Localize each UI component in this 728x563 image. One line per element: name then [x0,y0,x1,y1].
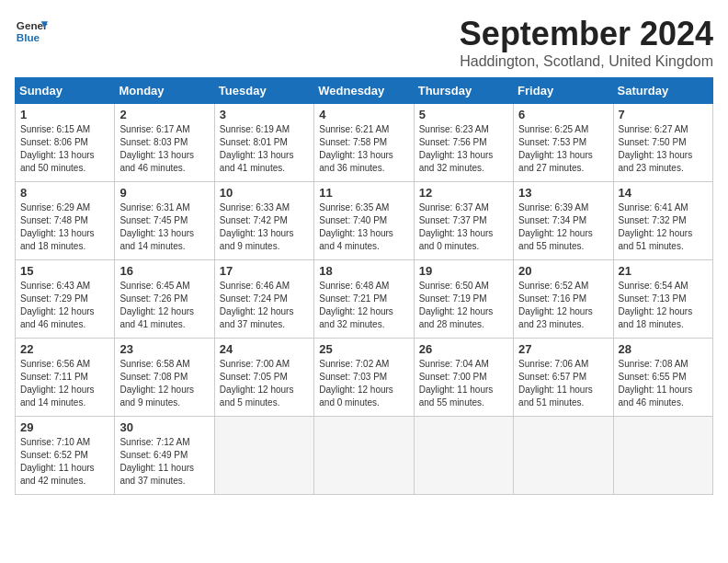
day-number: 8 [20,186,109,200]
sunset: Sunset: 7:29 PM [20,293,88,304]
calendar-cell: 22 Sunrise: 6:56 AM Sunset: 7:11 PM Dayl… [16,339,115,417]
sunrise: Sunrise: 6:48 AM [319,281,389,291]
location-subtitle: Haddington, Scotland, United Kingdom [460,53,713,70]
calendar-cell: 3 Sunrise: 6:19 AM Sunset: 8:01 PM Dayli… [214,104,313,182]
daylight: Daylight: 12 hours and 37 minutes. [220,306,294,329]
sunrise: Sunrise: 7:06 AM [518,359,588,369]
daylight: Daylight: 13 hours and 27 minutes. [518,150,593,173]
sunset: Sunset: 7:45 PM [119,215,188,225]
sunrise: Sunrise: 6:56 AM [20,359,90,369]
day-info: Sunrise: 6:39 AM Sunset: 7:34 PM Dayligh… [518,201,608,253]
sunrise: Sunrise: 7:02 AM [319,359,389,369]
calendar-cell: 29 Sunrise: 7:10 AM Sunset: 6:52 PM Dayl… [16,417,115,495]
sunset: Sunset: 7:11 PM [20,372,88,382]
calendar-cell [514,417,613,495]
calendar-cell: 21 Sunrise: 6:54 AM Sunset: 7:13 PM Dayl… [613,260,712,339]
day-info: Sunrise: 6:37 AM Sunset: 7:37 PM Dayligh… [419,201,508,253]
calendar-cell: 26 Sunrise: 7:04 AM Sunset: 7:00 PM Dayl… [414,339,513,417]
sunrise: Sunrise: 7:00 AM [220,359,290,369]
daylight: Daylight: 13 hours and 14 minutes. [119,228,194,251]
daylight: Daylight: 11 hours and 55 minutes. [419,385,494,408]
day-info: Sunrise: 6:35 AM Sunset: 7:40 PM Dayligh… [319,201,408,253]
day-number: 19 [419,264,508,278]
daylight: Daylight: 12 hours and 0 minutes. [319,385,393,408]
week-row-4: 22 Sunrise: 6:56 AM Sunset: 7:11 PM Dayl… [16,339,713,417]
sunrise: Sunrise: 6:25 AM [518,124,588,134]
day-number: 1 [20,108,109,121]
sunrise: Sunrise: 6:33 AM [220,202,290,213]
sunset: Sunset: 8:06 PM [20,137,88,147]
daylight: Daylight: 11 hours and 46 minutes. [619,385,693,408]
day-number: 29 [20,420,109,434]
day-info: Sunrise: 6:46 AM Sunset: 7:24 PM Dayligh… [220,280,309,331]
day-number: 9 [119,186,209,200]
sunset: Sunset: 7:50 PM [619,137,687,147]
sunset: Sunset: 7:34 PM [518,215,586,225]
calendar-cell: 5 Sunrise: 6:23 AM Sunset: 7:56 PM Dayli… [414,104,513,182]
day-number: 20 [518,264,608,278]
sunrise: Sunrise: 6:54 AM [619,281,688,291]
day-info: Sunrise: 7:04 AM Sunset: 7:00 PM Dayligh… [419,358,508,409]
sunset: Sunset: 7:37 PM [419,215,487,225]
logo-icon: General Blue [15,15,48,48]
day-number: 13 [518,186,608,200]
calendar-cell: 28 Sunrise: 7:08 AM Sunset: 6:55 PM Dayl… [613,339,712,417]
daylight: Daylight: 12 hours and 5 minutes. [220,385,294,408]
day-number: 27 [518,342,608,356]
day-info: Sunrise: 6:27 AM Sunset: 7:50 PM Dayligh… [619,123,708,175]
calendar-cell: 24 Sunrise: 7:00 AM Sunset: 7:05 PM Dayl… [214,339,313,417]
calendar-cell: 7 Sunrise: 6:27 AM Sunset: 7:50 PM Dayli… [613,104,712,182]
day-number: 23 [119,342,209,356]
day-info: Sunrise: 6:43 AM Sunset: 7:29 PM Dayligh… [20,280,109,331]
daylight: Daylight: 12 hours and 41 minutes. [119,306,194,329]
daylight: Daylight: 13 hours and 4 minutes. [319,228,393,251]
sunset: Sunset: 7:00 PM [419,372,487,382]
day-number: 11 [319,186,408,200]
sunrise: Sunrise: 6:27 AM [619,124,688,134]
header-friday: Friday [514,78,613,104]
header-wednesday: Wednesday [314,78,414,104]
day-info: Sunrise: 6:33 AM Sunset: 7:42 PM Dayligh… [220,201,309,253]
calendar-cell: 4 Sunrise: 6:21 AM Sunset: 7:58 PM Dayli… [314,104,414,182]
day-number: 18 [319,264,408,278]
day-number: 7 [619,108,708,121]
sunset: Sunset: 7:42 PM [220,215,288,225]
calendar-body: 1 Sunrise: 6:15 AM Sunset: 8:06 PM Dayli… [16,104,713,495]
daylight: Daylight: 12 hours and 32 minutes. [319,306,393,329]
day-info: Sunrise: 6:54 AM Sunset: 7:13 PM Dayligh… [619,280,708,331]
sunset: Sunset: 7:32 PM [619,215,687,225]
sunrise: Sunrise: 6:31 AM [119,202,189,213]
day-info: Sunrise: 6:19 AM Sunset: 8:01 PM Dayligh… [220,123,309,175]
sunrise: Sunrise: 6:50 AM [419,281,489,291]
sunset: Sunset: 6:55 PM [619,372,687,382]
sunset: Sunset: 8:03 PM [119,137,188,147]
day-info: Sunrise: 6:15 AM Sunset: 8:06 PM Dayligh… [20,123,109,175]
daylight: Daylight: 13 hours and 41 minutes. [220,150,294,173]
daylight: Daylight: 13 hours and 18 minutes. [20,228,95,251]
sunset: Sunset: 7:56 PM [419,137,487,147]
calendar-cell: 12 Sunrise: 6:37 AM Sunset: 7:37 PM Dayl… [414,182,513,260]
daylight: Daylight: 12 hours and 14 minutes. [20,385,95,408]
day-number: 4 [319,108,408,121]
sunset: Sunset: 7:24 PM [220,293,288,304]
daylight: Daylight: 11 hours and 51 minutes. [518,385,593,408]
svg-text:Blue: Blue [17,31,40,43]
calendar-cell: 9 Sunrise: 6:31 AM Sunset: 7:45 PM Dayli… [115,182,214,260]
daylight: Daylight: 13 hours and 46 minutes. [119,150,194,173]
daylight: Daylight: 13 hours and 23 minutes. [619,150,693,173]
calendar-cell [613,417,712,495]
calendar-cell: 2 Sunrise: 6:17 AM Sunset: 8:03 PM Dayli… [115,104,214,182]
calendar-cell: 17 Sunrise: 6:46 AM Sunset: 7:24 PM Dayl… [214,260,313,339]
day-number: 2 [119,108,209,121]
daylight: Daylight: 11 hours and 37 minutes. [119,463,194,486]
calendar-cell: 16 Sunrise: 6:45 AM Sunset: 7:26 PM Dayl… [115,260,214,339]
daylight: Daylight: 12 hours and 18 minutes. [619,306,693,329]
header-thursday: Thursday [414,78,513,104]
day-number: 21 [619,264,708,278]
day-info: Sunrise: 6:21 AM Sunset: 7:58 PM Dayligh… [319,123,408,175]
calendar-cell: 1 Sunrise: 6:15 AM Sunset: 8:06 PM Dayli… [16,104,115,182]
sunrise: Sunrise: 6:39 AM [518,202,588,213]
sunrise: Sunrise: 6:29 AM [20,202,90,213]
day-info: Sunrise: 7:10 AM Sunset: 6:52 PM Dayligh… [20,436,109,488]
calendar-cell [214,417,313,495]
